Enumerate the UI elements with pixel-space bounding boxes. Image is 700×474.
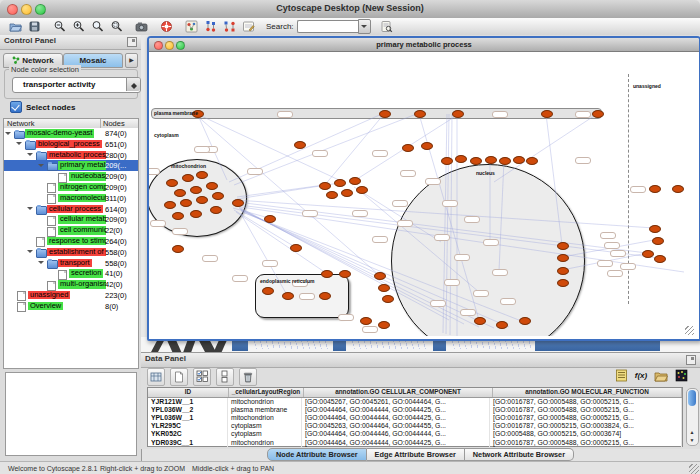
table-column-header[interactable]: annotation.GO CELLULAR_COMPONENT: [304, 388, 493, 397]
network-node[interactable]: [496, 321, 508, 329]
tree-row[interactable]: unassigned223(0): [4, 290, 138, 301]
network-node[interactable]: [421, 142, 433, 150]
float-panel-icon[interactable]: [127, 37, 137, 47]
network-node[interactable]: [414, 110, 426, 118]
expand-triangle-icon[interactable]: [16, 142, 22, 148]
tree-row[interactable]: cellular metabo209(0): [4, 214, 138, 225]
network-node[interactable]: [541, 110, 553, 118]
snapshot-icon[interactable]: [135, 20, 148, 33]
network-node[interactable]: [339, 270, 351, 278]
network-node[interactable]: [649, 225, 661, 233]
table-cell[interactable]: mitochondrion: [228, 414, 302, 422]
table-row[interactable]: YLR295Ccytoplasm[GO:0045263, GO:0044464,…: [148, 422, 682, 430]
tree-row-label[interactable]: Overview: [28, 302, 63, 311]
network-node[interactable]: [519, 317, 531, 325]
network-node[interactable]: [672, 185, 684, 193]
network-node[interactable]: [326, 191, 338, 199]
network-node[interactable]: [180, 199, 192, 207]
tab-network-attribute-browser[interactable]: Network Attribute Browser: [465, 448, 574, 461]
tree-row[interactable]: metabolic process280(0): [4, 150, 138, 161]
tree-row-label[interactable]: secretion: [69, 269, 103, 278]
network-node[interactable]: [196, 171, 208, 179]
network-node[interactable]: [196, 196, 208, 204]
network-node[interactable]: [649, 185, 661, 193]
table-cell[interactable]: YJR121W__1: [148, 398, 228, 406]
network-node[interactable]: [262, 287, 274, 295]
table-scrollbar[interactable]: ▲ ▼: [686, 388, 699, 446]
table-cell[interactable]: [GO:0044464, GO:0044444, GO:0044425, G..…: [302, 406, 490, 414]
network-node[interactable]: [356, 186, 368, 194]
zoom-in-icon[interactable]: [72, 20, 85, 33]
search-input[interactable]: [297, 20, 358, 33]
network-node[interactable]: [294, 141, 306, 149]
tree-row[interactable]: secretion41(0): [4, 268, 138, 279]
network-node[interactable]: [557, 267, 569, 275]
birds-eye-view[interactable]: [5, 372, 137, 456]
table-scrollbar-thumb[interactable]: [688, 390, 696, 406]
tab-overflow-arrow[interactable]: ▶: [125, 53, 138, 68]
table-cell[interactable]: YDR039C__1: [148, 439, 228, 447]
import-attributes-icon[interactable]: [654, 369, 668, 382]
table-cell[interactable]: [GO:0044464, GO:0044444, GO:0044425, G..…: [302, 439, 490, 447]
network-node[interactable]: [592, 110, 604, 118]
tree-row-label[interactable]: transport: [58, 259, 92, 268]
table-row[interactable]: YPL036W__1mitochondrion[GO:0044464, GO:0…: [148, 414, 682, 422]
expand-triangle-icon[interactable]: [38, 164, 44, 170]
search-config-icon[interactable]: [380, 20, 393, 33]
table-cell[interactable]: plasma membrane: [228, 406, 302, 414]
app-resize-grip[interactable]: [689, 464, 699, 474]
tab-edge-attribute-browser[interactable]: Edge Attribute Browser: [367, 448, 465, 461]
table-cell[interactable]: [GO:0044464, GO:0044446, GO:0044444, G..…: [302, 430, 490, 438]
table-cell[interactable]: [GO:0016787, GO:0005215, GO:0003824, G..…: [490, 422, 682, 430]
tree-row-label[interactable]: macromolecule: [58, 194, 106, 203]
network-node[interactable]: [526, 157, 538, 165]
annotation-tool-icon[interactable]: [242, 20, 255, 33]
table-cell[interactable]: mitochondrion: [228, 439, 302, 447]
table-cell[interactable]: [GO:0016787, GO:0005488, GO:0005215, G..…: [490, 406, 682, 414]
scroll-down-icon[interactable]: ▼: [688, 436, 696, 444]
table-cell[interactable]: [GO:0044464, GO:0044444, GO:0044425, G..…: [302, 414, 490, 422]
expand-triangle-icon[interactable]: [5, 132, 11, 138]
expand-triangle-icon[interactable]: [38, 261, 44, 267]
tree-row[interactable]: cell communicat22(0): [4, 225, 138, 236]
table-cell[interactable]: cytoplasm: [228, 430, 302, 438]
tree-row-label[interactable]: multi-organism pro: [58, 280, 106, 289]
formula-builder-icon[interactable]: f(x): [634, 369, 648, 382]
network-node[interactable]: [642, 250, 654, 258]
table-column-header[interactable]: annotation.GO MOLECULAR_FUNCTION: [493, 388, 682, 397]
network-node[interactable]: [210, 206, 222, 214]
network-node[interactable]: [470, 157, 482, 165]
table-cell[interactable]: YPL036W__2: [148, 406, 228, 414]
tree-row-label[interactable]: nitrogen compo: [58, 183, 106, 192]
zoom-selected-icon[interactable]: [110, 20, 123, 33]
network-view-window[interactable]: primary metabolic process plasma membran…: [147, 36, 700, 341]
node-color-dropdown[interactable]: transporter activity: [12, 77, 141, 93]
network-node[interactable]: [654, 255, 666, 263]
tree-row-label[interactable]: metabolic process: [47, 151, 106, 160]
network-node[interactable]: [174, 189, 186, 197]
network-canvas[interactable]: plasma membrane cytoplasm mitochondrion …: [149, 52, 695, 336]
tree-row-label[interactable]: cell communicat: [58, 226, 106, 235]
network-node[interactable]: [290, 244, 302, 252]
network-node[interactable]: [172, 245, 184, 253]
tree-row[interactable]: nitrogen compo209(0): [4, 182, 138, 193]
network-node[interactable]: [164, 201, 176, 209]
network-node[interactable]: [319, 182, 331, 190]
table-cell[interactable]: [GO:0045263, GO:0044464, GO:0044455, G..…: [302, 422, 490, 430]
tree-row[interactable]: mosaic-demo-yeast874(0): [4, 128, 138, 139]
table-row[interactable]: YJR121W__1mitochondrion[GO:0045267, GO:0…: [148, 398, 682, 406]
table-cell[interactable]: YKR052C: [148, 430, 228, 438]
select-attributes-icon[interactable]: [193, 368, 211, 386]
search-dropdown-arrow-icon[interactable]: [358, 19, 371, 34]
open-session-icon[interactable]: [9, 20, 22, 33]
tab-node-attribute-browser[interactable]: Node Attribute Browser: [267, 448, 367, 461]
table-cell[interactable]: mitochondrion: [228, 398, 302, 406]
network-node[interactable]: [455, 155, 467, 163]
network-node[interactable]: [441, 157, 453, 165]
zoom-fit-icon[interactable]: [91, 20, 104, 33]
network-node[interactable]: [212, 192, 224, 200]
network-node[interactable]: [382, 295, 394, 303]
table-cell[interactable]: YPL036W__1: [148, 414, 228, 422]
scroll-up-icon[interactable]: ▲: [688, 428, 696, 436]
tree-row[interactable]: nucleobase-209(0): [4, 171, 138, 182]
